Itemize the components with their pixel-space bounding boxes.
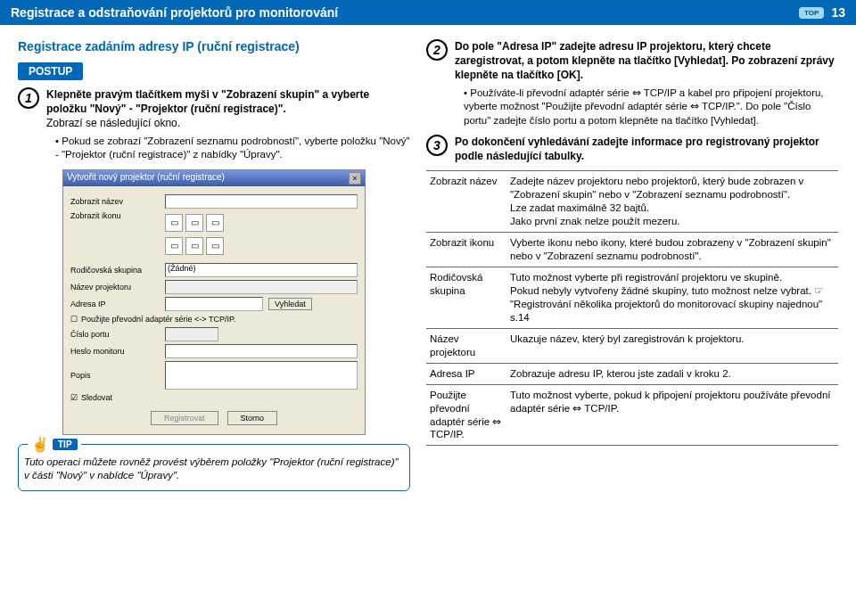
- input-projector-name: [165, 280, 358, 294]
- step-1-bullet: Pokud se zobrazí "Zobrazení seznamu podr…: [46, 135, 410, 162]
- projector-icon[interactable]: ▭: [206, 237, 224, 255]
- checkbox-monitor[interactable]: ☑: [70, 393, 78, 402]
- step-2-bold: Do pole "Adresa IP" zadejte adresu IP pr…: [455, 39, 838, 83]
- select-parent-group[interactable]: (Žádné): [165, 263, 358, 277]
- step-1-line2: Zobrazí se následující okno.: [46, 116, 410, 130]
- cell-key: Název projektoru: [426, 328, 506, 363]
- table-row: Adresa IPZobrazuje adresu IP, kterou jst…: [426, 363, 838, 384]
- input-password[interactable]: [165, 344, 358, 358]
- input-description[interactable]: [165, 361, 358, 390]
- step-2-number: 2: [426, 39, 448, 61]
- projector-icon[interactable]: ▭: [165, 237, 183, 255]
- cell-val: Zobrazuje adresu IP, kterou jste zadali …: [506, 363, 838, 384]
- cell-key: Zobrazit ikonu: [426, 233, 506, 267]
- search-button[interactable]: Vyhledat: [268, 298, 312, 310]
- cell-val: Tuto možnost vyberte při registrování pr…: [506, 267, 838, 329]
- register-button[interactable]: Registrovat: [151, 411, 218, 425]
- lbl-adapter: Použijte převodní adaptér série <-> TCP/…: [81, 315, 235, 324]
- table-row: Použijte převodní adaptér série ⇔ TCP/IP…: [426, 384, 838, 446]
- checkbox-adapter[interactable]: ☐: [70, 315, 78, 324]
- projector-icon[interactable]: ▭: [185, 214, 203, 232]
- section-title: Registrace zadáním adresy IP (ruční regi…: [18, 39, 410, 53]
- lbl-display-name: Zobrazit název: [70, 197, 160, 206]
- step-2-bullet: Používáte-li převodní adaptér série ⇔ TC…: [455, 86, 838, 128]
- cell-key: Použijte převodní adaptér série ⇔ TCP/IP…: [426, 384, 506, 446]
- header-title: Registrace a odstraňování projektorů pro…: [11, 5, 338, 20]
- cancel-button[interactable]: Storno: [227, 411, 278, 425]
- cell-val: Tuto možnost vyberte, pokud k připojení …: [506, 384, 838, 446]
- step-2: 2 Do pole "Adresa IP" zadejte adresu IP …: [426, 39, 838, 127]
- step-3: 3 Po dokončení vyhledávání zadejte infor…: [426, 135, 838, 163]
- step-1: 1 Klepněte pravým tlačítkem myši v "Zobr…: [18, 87, 410, 162]
- tip-label: TIP: [53, 439, 78, 450]
- top-badge[interactable]: TOP: [799, 7, 824, 19]
- cell-key: Zobrazit název: [426, 171, 506, 233]
- dialog-title: Vytvořit nový projektor (ruční registrac…: [67, 172, 225, 185]
- step-1-bold: Klepněte pravým tlačítkem myši v "Zobraz…: [46, 87, 410, 116]
- table-row: Rodičovská skupinaTuto možnost vyberte p…: [426, 267, 838, 329]
- table-row: Zobrazit ikonuVyberte ikonu nebo ikony, …: [426, 233, 838, 267]
- cell-key: Adresa IP: [426, 363, 506, 384]
- lbl-projector-name: Název projektoru: [70, 283, 160, 292]
- lbl-port: Číslo portu: [70, 330, 160, 339]
- step-3-number: 3: [426, 135, 448, 156]
- close-icon[interactable]: ×: [349, 172, 361, 185]
- tip-body: Tuto operaci můžete rovněž provést výběr…: [24, 452, 400, 483]
- step-3-bold: Po dokončení vyhledávání zadejte informa…: [455, 135, 838, 163]
- lbl-display-icon: Zobrazit ikonu: [70, 211, 160, 220]
- lbl-password: Heslo monitoru: [70, 347, 160, 356]
- input-port: [165, 327, 218, 341]
- lbl-ip-address: Adresa IP: [70, 300, 160, 308]
- dialog-screenshot: Vytvořit nový projektor (ruční registrac…: [62, 169, 366, 435]
- projector-icon[interactable]: ▭: [206, 214, 224, 232]
- projector-icon[interactable]: ▭: [165, 214, 183, 232]
- tip-hand-icon: ✌: [31, 436, 49, 453]
- tip-box: ✌ TIP Tuto operaci můžete rovněž provést…: [18, 444, 410, 491]
- info-table: Zobrazit názevZadejte název projektoru n…: [426, 170, 838, 446]
- lbl-description: Popis: [70, 371, 160, 380]
- page-number: 13: [831, 5, 845, 20]
- table-row: Název projektoruUkazuje název, který byl…: [426, 328, 838, 363]
- input-ip[interactable]: [165, 297, 263, 311]
- cell-val: Ukazuje název, který byl zaregistrován k…: [506, 328, 838, 363]
- cell-val: Vyberte ikonu nebo ikony, které budou zo…: [506, 233, 838, 267]
- lbl-monitor: Sledovat: [81, 393, 112, 402]
- header-bar: Registrace a odstraňování projektorů pro…: [0, 0, 856, 25]
- table-row: Zobrazit názevZadejte název projektoru n…: [426, 171, 838, 233]
- cell-val: Zadejte název projektoru nebo projektorů…: [506, 171, 838, 233]
- postup-label: POSTUP: [18, 62, 83, 80]
- input-display-name[interactable]: [165, 194, 358, 209]
- lbl-parent-group: Rodičovská skupina: [70, 266, 160, 275]
- projector-icon[interactable]: ▭: [185, 237, 203, 255]
- cell-key: Rodičovská skupina: [426, 267, 506, 329]
- step-1-number: 1: [18, 87, 39, 109]
